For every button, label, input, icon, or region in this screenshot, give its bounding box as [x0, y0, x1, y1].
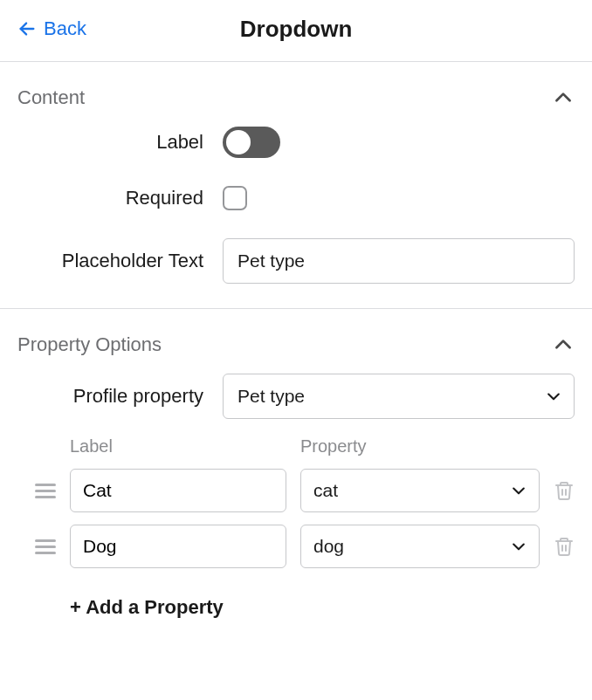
drag-handle-icon[interactable]: [35, 480, 56, 501]
add-property-button[interactable]: + Add a Property: [17, 596, 575, 619]
content-section-header[interactable]: Content: [17, 62, 575, 127]
chevron-up-icon[interactable]: [552, 333, 575, 356]
page-title: Dropdown: [240, 16, 353, 43]
property-options-section: Property Options Profile property Pet ty…: [0, 309, 592, 619]
content-section: Content Label Required Placeholder Text: [0, 62, 592, 284]
toggle-thumb: [226, 130, 251, 154]
profile-property-value: Pet type: [237, 386, 305, 407]
profile-property-label: Profile property: [17, 385, 223, 408]
profile-property-row: Profile property Pet type: [17, 374, 575, 419]
required-checkbox[interactable]: [223, 186, 247, 210]
page-header: Back Dropdown: [0, 0, 592, 56]
property-options-header[interactable]: Property Options: [17, 309, 575, 374]
columns-header: Label Property: [17, 436, 575, 456]
required-field-label: Required: [17, 187, 223, 209]
option-label-input[interactable]: [70, 469, 286, 512]
property-options-title: Property Options: [17, 333, 162, 356]
option-property-select[interactable]: cat: [300, 469, 540, 512]
option-row: cat: [17, 469, 575, 512]
column-label-title: Label: [70, 436, 286, 456]
drag-handle-icon[interactable]: [35, 536, 56, 557]
arrow-left-icon: [17, 19, 37, 38]
label-field-label: Label: [17, 131, 223, 154]
option-row: dog: [17, 525, 575, 568]
option-property-select[interactable]: dog: [300, 525, 540, 568]
trash-icon[interactable]: [554, 536, 575, 557]
placeholder-text-input[interactable]: [223, 238, 575, 284]
column-property-title: Property: [300, 436, 575, 456]
add-property-label: + Add a Property: [70, 596, 224, 619]
profile-property-select[interactable]: Pet type: [223, 374, 575, 419]
back-button[interactable]: Back: [17, 17, 86, 40]
required-row: Required: [17, 186, 575, 210]
placeholder-field-label: Placeholder Text: [17, 250, 223, 272]
placeholder-row: Placeholder Text: [17, 238, 575, 284]
label-row: Label: [17, 127, 575, 158]
option-property-value: cat: [313, 480, 338, 501]
content-section-title: Content: [17, 86, 85, 109]
option-property-value: dog: [313, 536, 344, 557]
back-label: Back: [44, 17, 86, 40]
label-toggle[interactable]: [223, 127, 280, 158]
chevron-up-icon[interactable]: [552, 86, 575, 109]
option-label-input[interactable]: [70, 525, 286, 568]
trash-icon[interactable]: [554, 480, 575, 501]
